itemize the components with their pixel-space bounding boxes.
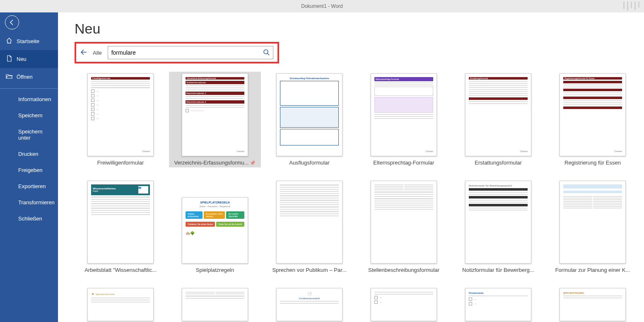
template-item[interactable]: —— <box>358 286 450 322</box>
template-thumbnail <box>276 181 343 264</box>
template-item[interactable]: Schulausflug-Teilnahmeerlaubnis Ausflugs… <box>263 72 355 167</box>
template-caption: Ausflugsformular <box>289 160 330 166</box>
template-thumbnail: Verzeichnis-Erfassungsformular Schülerin… <box>182 73 248 156</box>
search-icon[interactable] <box>263 49 270 57</box>
sidebar-item-open[interactable]: Öffnen <box>0 68 58 86</box>
template-item[interactable] <box>169 286 261 322</box>
template-thumbnail <box>371 181 437 264</box>
back-button[interactable] <box>0 12 58 32</box>
sidebar-label: Neu <box>17 56 27 62</box>
sidebar-item-new[interactable]: Neu <box>0 50 58 68</box>
template-item[interactable]: Notizformular für Bewerbergespräch Notiz… <box>452 179 544 275</box>
template-item[interactable]: Freiwilligenformular — — — — — — — Conto… <box>75 72 166 167</box>
template-item[interactable]: Elternsprechtag-Formular Contoso Elterns… <box>358 72 450 167</box>
template-thumbnail: 📄 Konferenzprotokoll <box>276 288 343 321</box>
template-thumbnail: Firmenname —— <box>465 288 531 321</box>
template-thumbnail: Notizformular für Bewerbergespräch <box>465 181 531 264</box>
template-caption: Notizformular für Bewerberg... <box>462 267 534 273</box>
sidebar-item-informationen[interactable]: Informationen <box>0 91 58 107</box>
template-thumbnail: Schulausflug-Teilnahmeerlaubnis <box>276 73 343 156</box>
window-title: Dokument1 - Word <box>301 3 343 9</box>
template-item[interactable]: Erstattungsformular Contoso Erstattungsf… <box>452 72 544 167</box>
template-item[interactable]: [PROJEKTNAME] <box>547 286 639 322</box>
page-title: Neu <box>75 21 637 37</box>
sidebar-label: Öffnen <box>17 74 33 80</box>
main-panel: Neu Alle Freiwilligenformular — — <box>58 12 644 322</box>
template-thumbnail: Elternsprechtag-Formular Contoso <box>371 73 437 156</box>
search-highlight-box: Alle <box>75 42 279 63</box>
template-thumbnail: ✦Spendenformular <box>87 288 154 321</box>
template-item[interactable]: Sprechen vor Publikum – Par... <box>263 179 355 275</box>
sidebar-item-transformieren[interactable]: Transformieren <box>0 194 58 211</box>
template-item[interactable]: Registrierungsformular für Essen Contoso… <box>547 72 639 167</box>
template-item[interactable]: Formular zur Planung einer K... <box>547 179 639 275</box>
template-thumbnail <box>182 288 248 321</box>
template-gallery: Freiwilligenformular — — — — — — — Conto… <box>75 72 637 322</box>
template-thumbnail <box>560 181 626 264</box>
svg-point-0 <box>264 50 268 54</box>
template-thumbnail: [PROJEKTNAME] <box>560 288 626 321</box>
template-caption: Spielplatzregeln <box>196 267 234 273</box>
window-deco-bars <box>623 2 640 11</box>
search-input[interactable] <box>111 49 263 56</box>
template-caption: Elternsprechtag-Formular <box>373 160 434 166</box>
template-caption: Sprechen vor Publikum – Par... <box>272 267 346 273</box>
search-category[interactable]: Alle <box>93 50 102 56</box>
template-caption: Verzeichnis-Erfassungsformu... <box>174 160 256 166</box>
template-thumbnail: —— <box>371 288 437 321</box>
template-item[interactable]: Firmenname —— <box>452 286 544 322</box>
sidebar-label: Startseite <box>17 38 39 44</box>
back-arrow-icon <box>5 15 19 29</box>
sidebar-item-exportieren[interactable]: Exportieren <box>0 178 58 194</box>
sidebar: Startseite Neu Öffnen Informationen Spei… <box>0 12 58 322</box>
template-thumbnail: Erstattungsformular Contoso <box>465 73 531 156</box>
template-thumbnail: SPIELPLATZREGELN Sicher – Freundlich – R… <box>182 197 248 264</box>
folder-open-icon <box>6 73 12 81</box>
template-caption: Freiwilligenformular <box>97 160 144 166</box>
sidebar-item-speichern[interactable]: Speichern <box>0 107 58 123</box>
template-thumbnail: Freiwilligenformular — — — — — — — Conto… <box>87 73 154 156</box>
template-item[interactable]: 📄 Konferenzprotokoll <box>263 286 355 322</box>
template-caption: Arbeitsblatt "Wissenschaftlic... <box>84 267 157 273</box>
template-caption: Stellenbeschreibungsformular <box>368 267 439 273</box>
template-caption: Registrierung für Essen <box>564 160 621 166</box>
search-box[interactable] <box>108 46 273 59</box>
template-item[interactable]: SPIELPLATZREGELN Sicher – Freundlich – R… <box>169 179 261 275</box>
template-caption: Erstattungsformular <box>475 160 521 166</box>
sidebar-item-home[interactable]: Startseite <box>0 32 58 50</box>
template-item[interactable]: Stellenbeschreibungsformular <box>358 179 450 275</box>
template-thumbnail: WissenschaftlichesFazit👥 <box>87 181 154 264</box>
document-icon <box>6 55 12 63</box>
template-item[interactable]: WissenschaftlichesFazit👥 Arbeitsblatt "W… <box>75 179 166 275</box>
sidebar-item-schliessen[interactable]: Schließen <box>0 211 58 227</box>
sidebar-divider <box>0 88 58 89</box>
template-caption: Formular zur Planung einer K... <box>555 267 630 273</box>
sidebar-item-drucken[interactable]: Drucken <box>0 146 58 162</box>
template-thumbnail: Registrierungsformular für Essen Contoso <box>560 73 626 156</box>
sidebar-item-speichern-unter[interactable]: Speichern unter <box>0 123 58 146</box>
template-item[interactable]: ✦Spendenformular <box>75 286 166 322</box>
titlebar: Dokument1 - Word <box>0 0 644 12</box>
template-item[interactable]: Verzeichnis-Erfassungsformular Schülerin… <box>169 72 261 167</box>
home-icon <box>6 37 12 45</box>
search-back-button[interactable] <box>80 48 87 57</box>
sidebar-item-freigeben[interactable]: Freigeben <box>0 162 58 178</box>
